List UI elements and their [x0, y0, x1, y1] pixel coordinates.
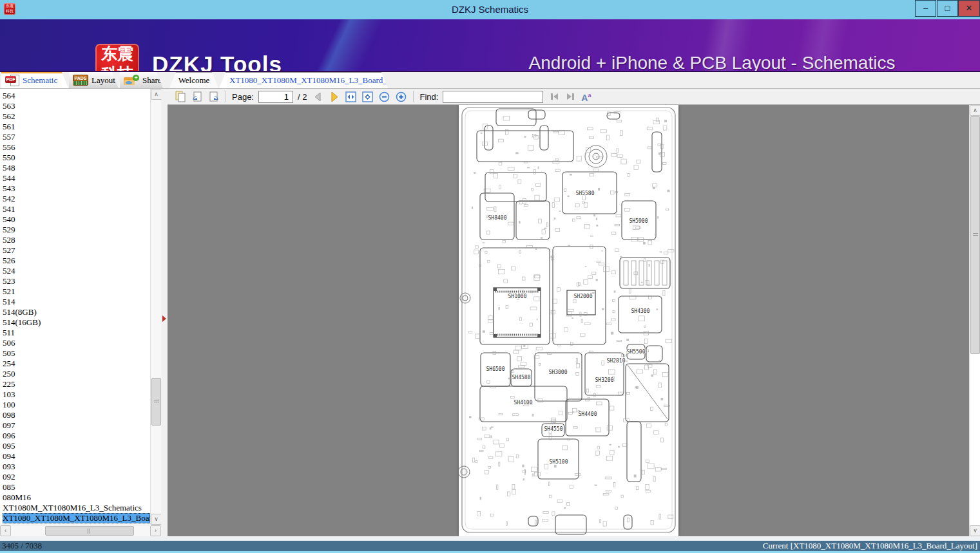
list-item[interactable]: 080M16: [3, 492, 150, 503]
find-next-icon[interactable]: [564, 91, 577, 103]
sidebar-horizontal-scrollbar[interactable]: ‹ ›: [0, 525, 161, 536]
tab-welcome[interactable]: Welcome: [169, 72, 218, 88]
tab-close-icon[interactable]: x: [414, 75, 424, 85]
maximize-button[interactable]: □: [937, 0, 958, 17]
scroll-up-icon[interactable]: ∧: [151, 89, 162, 100]
pcb-label: SH4550: [544, 426, 563, 432]
page-label: Page:: [232, 92, 254, 102]
scroll-down-icon[interactable]: ∨: [151, 514, 162, 525]
app-tagline: Android + iPhone & PCB Layout - Schemati…: [509, 53, 915, 72]
list-item[interactable]: 527: [3, 245, 150, 256]
list-item[interactable]: 094: [3, 451, 150, 462]
list-item[interactable]: 526: [3, 256, 150, 266]
list-item[interactable]: 098: [3, 410, 150, 420]
list-item[interactable]: 254: [3, 359, 150, 369]
list-item[interactable]: 561: [3, 122, 150, 132]
pcb-sheet[interactable]: SH5580SH5900SH8400SH1000SH2000SH4300SH55…: [459, 105, 678, 536]
scroll-left-icon[interactable]: ‹: [0, 525, 11, 536]
match-case-icon[interactable]: Aa: [581, 91, 591, 102]
list-item[interactable]: 514(8GB): [3, 307, 150, 317]
list-item[interactable]: XT1080M_XT1080M16_L3_Schematics: [3, 503, 150, 513]
tab-welcome-label: Welcome: [178, 75, 210, 86]
list-item[interactable]: 563: [3, 101, 150, 111]
tab-document[interactable]: XT1080_XT1080M_XT1080M16_L3_Board_Layout…: [219, 72, 388, 88]
list-item[interactable]: 521: [3, 286, 150, 297]
find-input[interactable]: [443, 91, 543, 103]
list-item[interactable]: 523: [3, 276, 150, 286]
sidebar-vertical-scrollbar[interactable]: ∧ ∨: [150, 89, 161, 525]
pcb-label: SH2810: [607, 358, 626, 364]
list-item[interactable]: 093: [3, 462, 150, 472]
scrollbar-thumb[interactable]: [45, 526, 134, 536]
list-item[interactable]: 511: [3, 328, 150, 338]
list-item[interactable]: 544: [3, 173, 150, 183]
list-item[interactable]: XT1080_XT1080M_XT1080M16_L3_Board_Layout: [3, 513, 150, 523]
panel-splitter[interactable]: [161, 89, 168, 536]
list-item[interactable]: 543: [3, 183, 150, 194]
scroll-right-icon[interactable]: ›: [150, 525, 161, 536]
fit-page-button[interactable]: [361, 91, 374, 103]
zoom-out-button[interactable]: [378, 91, 390, 103]
pcb-label: SH4588: [512, 375, 531, 380]
list-item[interactable]: 092: [3, 472, 150, 482]
list-item[interactable]: 540: [3, 214, 150, 225]
list-item[interactable]: 095: [3, 441, 150, 451]
scrollbar-thumb[interactable]: [970, 116, 980, 354]
rotate-ccw-button[interactable]: [191, 91, 203, 103]
list-item[interactable]: 250: [3, 369, 150, 379]
list-item[interactable]: 529: [3, 225, 150, 235]
list-item[interactable]: 506: [3, 338, 150, 348]
tab-schematic[interactable]: PDF Schematic: [1, 72, 68, 88]
tab-share[interactable]: + Share: [120, 72, 163, 88]
list-item[interactable]: 528: [3, 235, 150, 245]
page-number-input[interactable]: [258, 91, 293, 103]
rotate-cw-button[interactable]: [207, 91, 220, 103]
pcb-label: SH5900: [629, 218, 648, 224]
pcb-layout-drawing: SH5580SH5900SH8400SH1000SH2000SH4300SH55…: [459, 105, 678, 536]
list-item[interactable]: 524: [3, 266, 150, 276]
find-previous-icon[interactable]: [548, 91, 560, 103]
list-item[interactable]: 514(16GB): [3, 317, 150, 328]
list-item[interactable]: 505: [3, 348, 150, 359]
list-item[interactable]: 557: [3, 132, 150, 142]
list-item[interactable]: 541: [3, 204, 150, 214]
pcb-label: SH3200: [595, 377, 614, 383]
document-canvas[interactable]: SH5580SH5900SH8400SH1000SH2000SH4300SH55…: [168, 105, 969, 536]
list-item[interactable]: 514: [3, 297, 150, 307]
status-page-count: 3405 / 7038: [2, 541, 42, 551]
list-item[interactable]: 564: [3, 91, 150, 101]
pads-icon: PADS: [73, 75, 88, 86]
list-item[interactable]: 103: [3, 389, 150, 400]
scroll-up-icon[interactable]: ∧: [970, 105, 980, 116]
list-item[interactable]: 085: [3, 482, 150, 492]
canvas-vertical-scrollbar[interactable]: ∧ ∨: [969, 105, 980, 536]
pcb-label: SH8400: [488, 215, 507, 221]
list-item[interactable]: 097: [3, 420, 150, 431]
next-page-button[interactable]: [328, 91, 340, 103]
list-item[interactable]: 100: [3, 400, 150, 410]
scrollbar-thumb[interactable]: [151, 378, 161, 426]
copy-page-button[interactable]: [174, 91, 186, 103]
tab-layout[interactable]: PADS Layout: [69, 72, 119, 88]
splitter-collapse-icon[interactable]: [162, 315, 166, 322]
previous-page-button[interactable]: [311, 91, 323, 103]
fit-width-button[interactable]: [345, 91, 357, 103]
list-item[interactable]: 556: [3, 142, 150, 153]
title-bar: 东震科技 DZKJ Schematics – □ ✕: [0, 0, 980, 19]
pdf-icon: PDF: [5, 75, 19, 86]
list-item[interactable]: 225: [3, 379, 150, 389]
active-tab-accent: [1, 72, 68, 73]
list-item[interactable]: 096: [3, 431, 150, 441]
close-button[interactable]: ✕: [958, 0, 980, 17]
minimize-button[interactable]: –: [915, 0, 936, 17]
share-folder-icon: +: [124, 75, 139, 86]
list-item[interactable]: 562: [3, 111, 150, 122]
zoom-in-button[interactable]: [395, 91, 407, 103]
pcb-label: SH6500: [486, 366, 505, 372]
list-item[interactable]: 550: [3, 153, 150, 163]
scroll-down-icon[interactable]: ∨: [970, 525, 980, 536]
list-item[interactable]: 548: [3, 163, 150, 173]
list-item[interactable]: 542: [3, 194, 150, 204]
tab-document-label: XT1080_XT1080M_XT1080M16_L3_Board_Layout: [229, 75, 411, 86]
tab-schematic-label: Schematic: [23, 75, 57, 86]
